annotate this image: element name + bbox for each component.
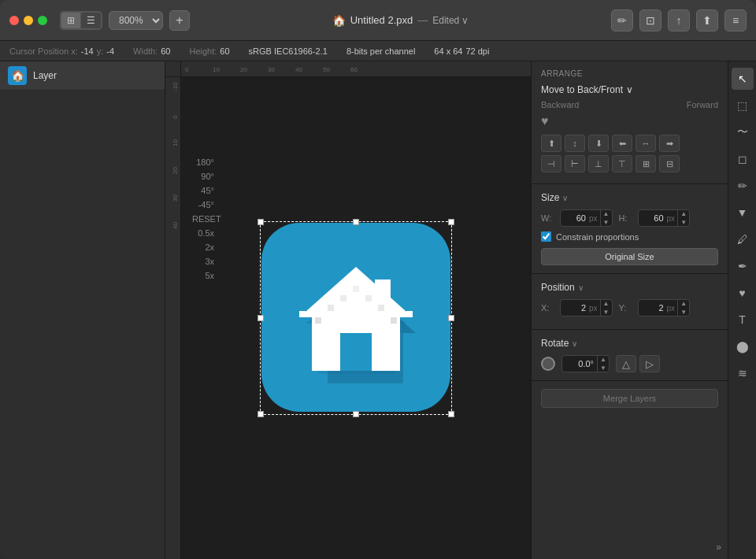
circle-tool-button[interactable]: ⬤ bbox=[732, 335, 754, 357]
x-increment-button[interactable]: ▲ bbox=[601, 299, 612, 308]
fill-tool-button[interactable]: ▼ bbox=[732, 202, 754, 224]
x-unit: px bbox=[589, 304, 600, 313]
selection-tool-button[interactable]: ↖ bbox=[732, 68, 754, 90]
settings-button[interactable]: ≡ bbox=[724, 9, 747, 31]
zoom-2x-button[interactable]: 2x bbox=[189, 241, 217, 254]
align-left-button[interactable]: ⬅ bbox=[612, 135, 632, 152]
svg-rect-30 bbox=[406, 311, 413, 317]
svg-rect-28 bbox=[391, 317, 397, 324]
text-tool-button[interactable]: T bbox=[732, 309, 754, 331]
ruler-corner bbox=[165, 61, 181, 77]
merge-layers-button[interactable]: Merge Layers bbox=[541, 389, 718, 408]
zoom-selector[interactable]: 800% 400% 200% 100% bbox=[109, 11, 163, 30]
x-decrement-button[interactable]: ▼ bbox=[601, 308, 612, 317]
y-decrement-button[interactable]: ▼ bbox=[678, 308, 689, 317]
width-input[interactable] bbox=[561, 213, 589, 223]
distribute-center-v-button[interactable]: ⊢ bbox=[565, 155, 585, 172]
heart-tool-button[interactable]: ♥ bbox=[732, 282, 754, 304]
zoom-3x-button[interactable]: 3x bbox=[189, 255, 217, 268]
width-field-label: W: bbox=[541, 213, 554, 223]
flip-buttons: △ ▷ bbox=[616, 355, 660, 372]
svg-rect-25 bbox=[353, 286, 359, 292]
dimensions-val: 64 x 64 bbox=[434, 46, 462, 56]
handle-bottom-right[interactable] bbox=[448, 411, 454, 417]
forward-label: Forward bbox=[687, 100, 718, 109]
svg-rect-24 bbox=[340, 295, 346, 302]
size-label: Size bbox=[541, 192, 559, 203]
zoom-45-button[interactable]: 45° bbox=[189, 184, 217, 197]
constrain-checkbox[interactable] bbox=[541, 231, 551, 242]
distribute-bottom-button[interactable]: ⊟ bbox=[659, 155, 680, 172]
zoom-neg45-button[interactable]: -45° bbox=[189, 198, 217, 211]
align-top-button[interactable]: ⬆ bbox=[541, 135, 561, 152]
align-center-h-button[interactable]: ↔ bbox=[636, 135, 656, 152]
eraser-tool-button[interactable]: ◻ bbox=[732, 148, 754, 170]
align-right-button[interactable]: ➡ bbox=[659, 135, 680, 152]
pen-tool-button[interactable]: ✏ bbox=[611, 9, 633, 31]
lasso-tool-button[interactable]: 〜 bbox=[732, 121, 754, 143]
align-middle-button[interactable]: ⬇ bbox=[588, 135, 609, 152]
zoom-5x-button[interactable]: 5x bbox=[189, 269, 217, 282]
share-button[interactable]: ⬆ bbox=[696, 9, 718, 31]
angle-input[interactable] bbox=[562, 359, 597, 368]
size-section-header[interactable]: Size ∨ bbox=[541, 192, 718, 203]
width-decrement-button[interactable]: ▼ bbox=[601, 218, 612, 227]
width-increment-button[interactable]: ▲ bbox=[601, 209, 612, 218]
angle-increment-button[interactable]: ▲ bbox=[598, 355, 609, 364]
eyedropper-tool-button[interactable]: 🖊 bbox=[732, 228, 754, 250]
pixel-image-container[interactable] bbox=[261, 223, 450, 413]
fullscreen-button[interactable] bbox=[38, 16, 47, 25]
pen-tool-button[interactable]: ✒ bbox=[732, 255, 754, 277]
rotate-dial[interactable] bbox=[541, 357, 555, 371]
handle-bottom-mid[interactable] bbox=[353, 411, 359, 417]
app-icon-svg bbox=[261, 223, 450, 412]
y-increment-button[interactable]: ▲ bbox=[678, 299, 689, 308]
zoom-reset-button[interactable]: RESET bbox=[189, 213, 217, 225]
zoom-180-button[interactable]: 180° bbox=[189, 156, 217, 168]
export-button[interactable]: ↑ bbox=[668, 9, 690, 31]
width-unit: px bbox=[589, 214, 600, 223]
svg-text:30: 30 bbox=[268, 66, 275, 73]
minimize-button[interactable] bbox=[24, 16, 33, 25]
y-input[interactable] bbox=[639, 303, 667, 313]
align-row-1: ⬆ ↕ ⬇ ⬅ ↔ ➡ bbox=[541, 135, 718, 152]
handle-bottom-left[interactable] bbox=[258, 411, 264, 417]
close-button[interactable] bbox=[9, 16, 19, 25]
height-input[interactable] bbox=[639, 213, 667, 223]
height-decrement-button[interactable]: ▼ bbox=[678, 218, 689, 227]
canvas-content bbox=[181, 77, 531, 559]
height-field-label: H: bbox=[619, 213, 632, 223]
size-width-row: W: px ▲ ▼ H: px ▲ bbox=[541, 209, 718, 227]
crop-tool-button[interactable]: ⊡ bbox=[639, 9, 662, 31]
marquee-tool-button[interactable]: ⬚ bbox=[732, 94, 754, 117]
angle-decrement-button[interactable]: ▼ bbox=[598, 364, 609, 372]
distribute-mid-button[interactable]: ⊞ bbox=[636, 155, 656, 172]
zoom-05x-button[interactable]: 0.5x bbox=[189, 227, 217, 239]
pencil-tool-button[interactable]: ✏ bbox=[732, 175, 754, 197]
original-size-button[interactable]: Original Size bbox=[541, 248, 718, 265]
layer-item[interactable]: 🏠 Layer bbox=[0, 61, 165, 91]
grid-view-button[interactable]: ⊞ bbox=[61, 13, 80, 28]
svg-text:60: 60 bbox=[350, 66, 358, 73]
rotate-section-header[interactable]: Rotate ∨ bbox=[541, 338, 718, 349]
canvas-area[interactable]: 0 10 20 30 40 50 60 -10 0 10 20 30 40 bbox=[165, 61, 531, 559]
constrain-label[interactable]: Constrain proportions bbox=[556, 232, 639, 242]
fx-tool-button[interactable]: ≋ bbox=[732, 362, 754, 384]
height-label: Height: bbox=[190, 46, 217, 56]
move-to-button[interactable]: Move to Back/Front ∨ bbox=[541, 84, 633, 95]
distribute-right-button[interactable]: ⊥ bbox=[588, 155, 609, 172]
x-input-group: px ▲ ▼ bbox=[560, 299, 613, 317]
distribute-top-button[interactable]: ⊤ bbox=[612, 155, 632, 172]
x-input[interactable] bbox=[561, 303, 589, 313]
flip-vertical-button[interactable]: ▷ bbox=[639, 355, 660, 372]
y-unit: px bbox=[667, 304, 678, 313]
flip-horizontal-button[interactable]: △ bbox=[616, 355, 636, 372]
expand-arrows[interactable]: » bbox=[532, 535, 728, 559]
height-increment-button[interactable]: ▲ bbox=[678, 209, 689, 218]
list-view-button[interactable]: ☰ bbox=[81, 13, 101, 28]
zoom-90-button[interactable]: 90° bbox=[189, 170, 217, 183]
add-button[interactable]: + bbox=[169, 10, 190, 31]
align-center-v-button[interactable]: ↕ bbox=[565, 135, 585, 152]
position-section-header[interactable]: Position ∨ bbox=[541, 282, 718, 293]
distribute-left-button[interactable]: ⊣ bbox=[541, 155, 561, 172]
